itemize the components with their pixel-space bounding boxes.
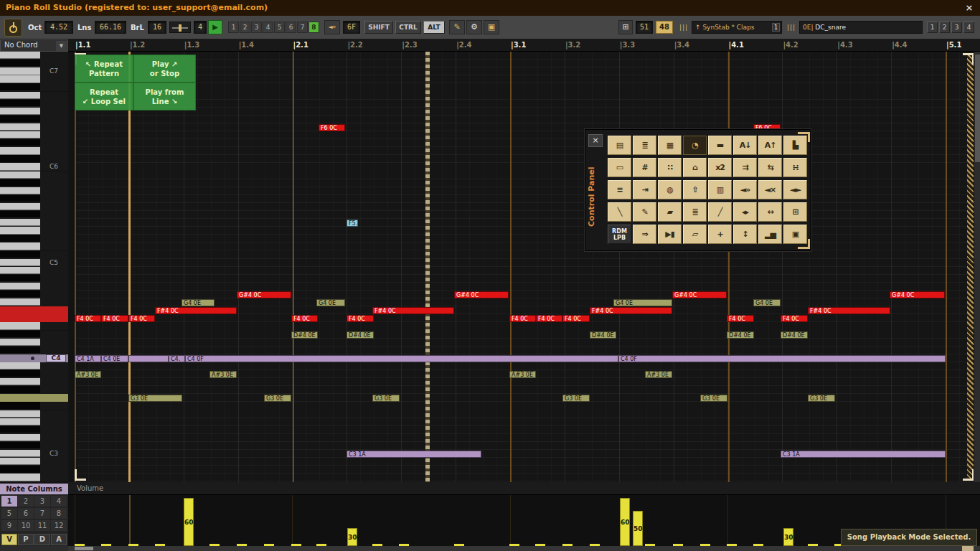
mute-speaker-button[interactable]: ◄×	[758, 180, 782, 199]
step-button-7[interactable]: 7	[297, 22, 308, 33]
move-cross-button[interactable]: +	[708, 225, 732, 244]
note-F#4-F#4-0C[interactable]: F#4 0C	[808, 307, 890, 314]
piano-key-A#6[interactable]	[0, 83, 68, 91]
layer-stack-button[interactable]: ≡	[608, 180, 631, 199]
volume-tick[interactable]	[316, 544, 326, 546]
timeline-label-1.1[interactable]: |1.1	[75, 41, 90, 49]
note-F#4-F#4-0C[interactable]: F#4 0C	[155, 307, 237, 314]
timeline-label-4.2[interactable]: |4.2	[783, 41, 798, 49]
vertical-scroll-thumb[interactable]	[975, 55, 980, 162]
note-C4-C4-0F[interactable]: C4 0F	[185, 355, 618, 362]
timeline-label-2.2[interactable]: |2.2	[347, 41, 362, 49]
list-dense-button[interactable]: ≣	[633, 136, 656, 155]
volume-tick[interactable]	[727, 544, 737, 546]
octave-value[interactable]: 4.52	[44, 21, 73, 34]
piano-key-G#4[interactable]	[0, 291, 68, 298]
volume-tick[interactable]	[562, 544, 573, 546]
note-G4-G4-0E[interactable]: G4 0E	[316, 299, 345, 306]
piano-key-C#4[interactable]	[0, 347, 68, 354]
power-button[interactable]	[4, 19, 22, 37]
note-off-jump-button[interactable]: ⇥	[633, 180, 656, 199]
note-A#3-A#3-0E[interactable]: A#3 0E	[209, 371, 237, 378]
step-button-4[interactable]: 4	[263, 22, 273, 33]
column-mode-D[interactable]: D	[34, 534, 50, 545]
note-F6-F6-0C[interactable]: F6 0C	[319, 124, 345, 131]
note-D#4-D#4-0E[interactable]: D#4 0E	[781, 331, 808, 339]
step-button-2[interactable]: 2	[240, 22, 250, 33]
instrument-display[interactable]: ↑ SynStab * Claps 1	[692, 21, 782, 34]
note-column-5[interactable]: 5	[1, 508, 17, 519]
pattern-button-1[interactable]: 1	[927, 22, 938, 33]
note-G3-G3-0E[interactable]: G3 0E	[562, 395, 590, 402]
slider-handle[interactable]	[179, 24, 182, 32]
note-G3-G3-0E[interactable]: G3 0E	[808, 395, 835, 402]
note-A#3-A#3-0E[interactable]: A#3 0E	[645, 371, 672, 378]
panel-toggle-icon[interactable]: ▣	[484, 20, 499, 34]
volume-tick[interactable]	[753, 544, 763, 546]
volume-tick[interactable]	[237, 544, 247, 546]
volume-tick[interactable]	[291, 544, 301, 546]
timeline-label-5.1[interactable]: |5.1	[946, 41, 961, 49]
piano-key-G5[interactable]	[0, 203, 68, 211]
sort-za-button[interactable]: A↓	[733, 136, 757, 155]
piano-key-G6[interactable]	[0, 108, 68, 116]
piano-key-A#5[interactable]	[0, 179, 68, 187]
nudge-left-right-button[interactable]: ◂▸	[733, 202, 757, 222]
note-D#4-D#4-0E[interactable]: D#4 0E	[590, 331, 616, 339]
note-column-6[interactable]: 6	[18, 508, 34, 519]
note-column-8[interactable]: 8	[51, 508, 67, 519]
piano-key-A2[interactable]	[0, 474, 68, 481]
line-draw-button[interactable]: ╲	[608, 202, 631, 222]
pattern-button-4[interactable]: 4	[963, 22, 974, 33]
note-A#3-A#3-0E[interactable]: A#3 0E	[509, 371, 536, 378]
note-G4-G4-0E[interactable]: G4 0E	[753, 299, 781, 306]
volume-bar-60[interactable]: 60	[184, 498, 194, 546]
timeline-label-1.2[interactable]: |1.2	[130, 41, 145, 49]
volume-tick[interactable]	[101, 544, 111, 546]
chord-selector[interactable]: No Chord ▼	[0, 39, 68, 52]
piano-key-D5[interactable]	[0, 242, 68, 250]
note-C4[interactable]	[128, 355, 169, 362]
timeline-label-3.3[interactable]: |3.3	[620, 41, 635, 49]
column-mode-A[interactable]: A	[51, 534, 67, 545]
note-G#4-G#4-0C[interactable]: G#4 0C	[237, 291, 291, 298]
lock-button[interactable]: ⌂	[683, 158, 707, 177]
horizontal-scroll-end[interactable]	[962, 546, 974, 551]
volume-tick[interactable]	[155, 544, 165, 546]
note-D#4-D#4-0E[interactable]: D#4 0E	[727, 331, 754, 339]
note-D#4-D#4-0E[interactable]: D#4 0E	[291, 331, 318, 339]
note-D#4-D#4-0E[interactable]: D#4 0E	[347, 331, 374, 339]
piano-key-D6[interactable]	[0, 147, 68, 155]
horizontal-scrollbar[interactable]	[68, 546, 980, 551]
piano-key-G#5[interactable]	[0, 195, 68, 203]
volume-tick[interactable]	[590, 544, 600, 546]
volume-tick[interactable]	[673, 544, 683, 546]
timeline-label-1.4[interactable]: |1.4	[239, 41, 254, 49]
piano-key-F5[interactable]	[0, 219, 68, 227]
note-column-3[interactable]: 3	[34, 496, 50, 507]
note-column-10[interactable]: 10	[18, 520, 34, 531]
small-grid-button[interactable]: ∷	[658, 158, 682, 177]
piano-key-A#3[interactable]	[0, 370, 68, 378]
volume-tick[interactable]	[209, 544, 220, 546]
note-C4-C4-0E[interactable]: C4 0E	[101, 355, 128, 362]
piano-key-F3[interactable]	[0, 410, 68, 418]
piano-key-D3[interactable]	[0, 434, 68, 442]
piano-key-D4[interactable]	[0, 339, 68, 347]
flatten-arrow-button[interactable]: ⇒	[633, 225, 656, 244]
volume-tick[interactable]	[264, 544, 274, 546]
eraser-button[interactable]: ▱	[683, 225, 707, 244]
note-F#4-F#4-0C[interactable]: F#4 0C	[590, 307, 672, 314]
scale-vertical-button[interactable]: ↕	[733, 225, 757, 244]
volume-tick[interactable]	[535, 544, 545, 546]
volume-tick[interactable]	[372, 544, 382, 546]
shift-button[interactable]: SHIFT	[364, 21, 393, 34]
step-button-5[interactable]: 5	[274, 22, 285, 33]
note-block-button[interactable]: ▭	[608, 158, 631, 177]
rdm-lpb-button[interactable]: RDMLPB	[608, 225, 631, 244]
piano-key-G#3[interactable]	[0, 386, 68, 394]
piano-key-F#5[interactable]	[0, 211, 68, 219]
note-column-4[interactable]: 4	[51, 496, 67, 507]
audition-speaker-button[interactable]: ◄»	[733, 180, 757, 199]
note-F4-F4-0C[interactable]: F4 0C	[509, 315, 536, 322]
